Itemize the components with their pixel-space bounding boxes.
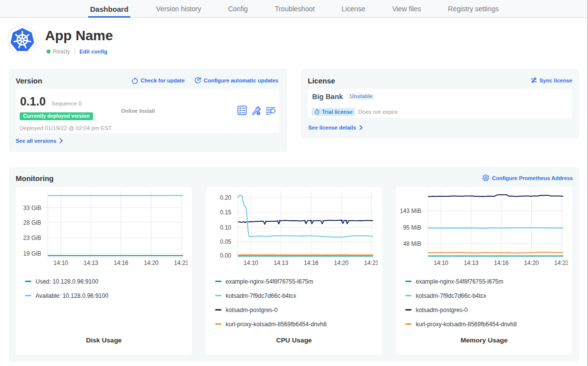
svg-text:14:10: 14:10 xyxy=(244,260,258,266)
svg-text:0.15: 0.15 xyxy=(220,209,232,216)
svg-text:14:23: 14:23 xyxy=(554,260,568,266)
svg-text:14:23: 14:23 xyxy=(364,260,378,266)
svg-text:14:10: 14:10 xyxy=(434,260,448,266)
svg-text:143 MiB: 143 MiB xyxy=(400,208,421,214)
svg-text:14:23: 14:23 xyxy=(174,260,188,266)
svg-text:14:10: 14:10 xyxy=(53,260,68,266)
svg-text:0.20: 0.20 xyxy=(220,194,232,201)
svg-text:19 GiB: 19 GiB xyxy=(23,250,41,257)
svg-text:14:20: 14:20 xyxy=(334,260,348,266)
svg-text:14:16: 14:16 xyxy=(114,260,128,266)
svg-text:28 GiB: 28 GiB xyxy=(23,219,41,226)
svg-text:95 MiB: 95 MiB xyxy=(403,224,421,231)
svg-text:48 MiB: 48 MiB xyxy=(403,240,421,247)
svg-text:14:16: 14:16 xyxy=(304,260,318,266)
svg-text:14:13: 14:13 xyxy=(464,260,478,266)
svg-text:0.10: 0.10 xyxy=(220,224,232,231)
svg-text:23 GiB: 23 GiB xyxy=(23,235,41,241)
svg-text:0.00: 0.00 xyxy=(220,252,232,259)
svg-text:14:16: 14:16 xyxy=(494,260,509,266)
svg-text:14:13: 14:13 xyxy=(83,260,98,266)
svg-text:0.05: 0.05 xyxy=(220,238,232,245)
svg-text:14:20: 14:20 xyxy=(144,260,158,266)
svg-text:14:13: 14:13 xyxy=(273,260,288,266)
svg-text:14:20: 14:20 xyxy=(524,260,539,266)
svg-text:33 GiB: 33 GiB xyxy=(23,205,41,211)
